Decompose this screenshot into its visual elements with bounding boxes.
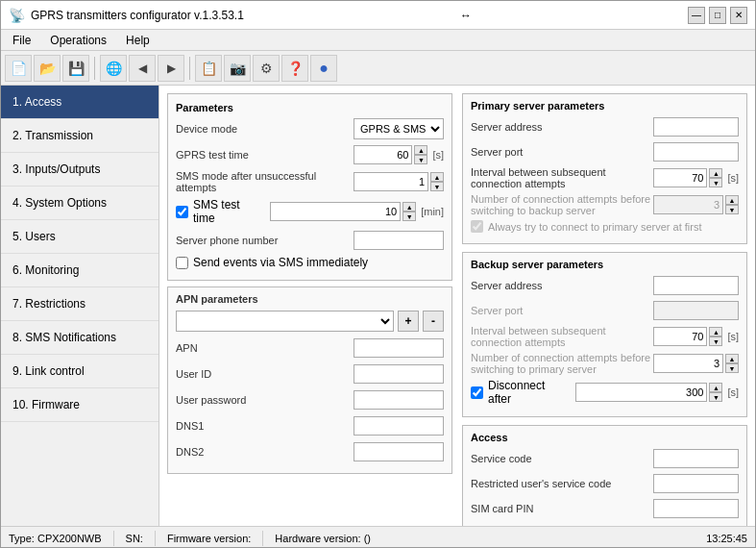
minimize-button[interactable]: — [688, 7, 705, 24]
primary-attempts-up[interactable]: ▲ [725, 195, 739, 205]
content-area: Parameters Device mode GPRS & SMS GPRS o… [159, 86, 755, 526]
toolbar-network[interactable]: 🌐 [100, 55, 127, 82]
toolbar-back[interactable]: ◀ [129, 55, 156, 82]
toolbar-settings[interactable]: ⚙ [253, 55, 280, 82]
server-phone-input[interactable] [354, 231, 444, 250]
restricted-code-row: Restricted user's service code [471, 473, 739, 494]
sms-test-time-unit: [min] [421, 206, 444, 217]
toolbar-clipboard[interactable]: 📋 [195, 55, 222, 82]
always-try-primary-checkbox [471, 220, 483, 233]
toolbar-new[interactable]: 📄 [5, 55, 32, 82]
sidebar-item-users[interactable]: 5. Users [1, 220, 159, 254]
primary-server-address-row: Server address [471, 116, 739, 137]
apn-label: APN [176, 342, 354, 354]
arrows-icon: ↔ [460, 9, 472, 22]
toolbar-save[interactable]: 💾 [62, 55, 89, 82]
primary-attempts-row: Number of connection attempts before swi… [471, 193, 739, 216]
apn-add-button[interactable]: + [398, 311, 419, 332]
disconnect-after-row: Disconnect after 300 ▲ ▼ [s] [471, 379, 739, 406]
toolbar-open[interactable]: 📂 [34, 55, 61, 82]
sidebar-item-system-options[interactable]: 4. System Options [1, 187, 159, 220]
apn-remove-button[interactable]: - [423, 311, 444, 332]
left-panel: Parameters Device mode GPRS & SMS GPRS o… [167, 93, 452, 518]
toolbar: 📄 📂 💾 🌐 ◀ ▶ 📋 📷 ⚙ ❓ ● [1, 51, 755, 86]
service-code-input[interactable] [653, 449, 739, 468]
restricted-code-label: Restricted user's service code [471, 478, 653, 489]
sms-test-time-label: SMS test time [193, 198, 261, 225]
service-code-row: Service code [471, 448, 739, 469]
backup-server-port-row: Server port [471, 300, 739, 321]
dns1-label: DNS1 [176, 420, 354, 432]
toolbar-camera[interactable]: 📷 [224, 55, 251, 82]
primary-attempts-down[interactable]: ▼ [725, 205, 739, 214]
gprs-test-time-up[interactable]: ▲ [414, 145, 427, 155]
sidebar-item-link-control[interactable]: 9. Link control [1, 355, 159, 388]
send-sms-row: Send events via SMS immediately [176, 256, 444, 269]
apn-row: APN [176, 337, 444, 359]
sms-mode-attempts-input[interactable]: 1 [354, 172, 428, 191]
backup-interval-input[interactable]: 70 [653, 327, 707, 346]
restricted-code-input[interactable] [653, 474, 739, 493]
primary-interval-down[interactable]: ▼ [709, 178, 722, 187]
user-id-input[interactable] [354, 364, 444, 384]
toolbar-forward[interactable]: ▶ [158, 55, 184, 82]
sidebar-item-inputs-outputs[interactable]: 3. Inputs/Outputs [1, 153, 159, 187]
always-try-primary-row: Always try to connect to primary server … [471, 220, 739, 233]
backup-interval-row: Interval between subsequent connection a… [471, 325, 739, 348]
primary-server-address-input[interactable] [653, 117, 739, 137]
disconnect-after-input[interactable]: 300 [575, 383, 707, 402]
device-mode-select[interactable]: GPRS & SMS GPRS only SMS only [354, 118, 444, 139]
toolbar-help[interactable]: ❓ [281, 55, 308, 82]
disconnect-after-checkbox[interactable] [471, 386, 483, 399]
sidebar-item-firmware[interactable]: 10. Firmware [1, 388, 159, 422]
send-sms-checkbox[interactable] [176, 257, 188, 269]
menu-help[interactable]: Help [118, 32, 158, 49]
sms-test-time-input[interactable]: 10 [270, 202, 401, 221]
sms-mode-attempts-up[interactable]: ▲ [430, 172, 444, 182]
gprs-test-time-input[interactable]: 60 [354, 145, 412, 164]
dns2-input[interactable] [354, 442, 444, 461]
user-password-row: User password [176, 389, 444, 411]
sms-test-time-up[interactable]: ▲ [402, 202, 416, 212]
toolbar-sep-1 [94, 57, 95, 80]
apn-profile-select[interactable] [176, 311, 394, 332]
maximize-button[interactable]: □ [709, 7, 726, 24]
backup-attempts-input[interactable]: 3 [653, 354, 723, 373]
backup-attempts-down[interactable]: ▼ [725, 363, 739, 373]
sms-test-time-checkbox[interactable] [176, 206, 188, 218]
user-password-input[interactable] [354, 390, 444, 410]
apn-input[interactable] [354, 338, 444, 358]
sidebar-item-monitoring[interactable]: 6. Monitoring [1, 254, 159, 287]
sidebar-item-transmission[interactable]: 2. Transmission [1, 119, 159, 153]
sim-pin-input[interactable] [653, 499, 739, 518]
primary-interval-input[interactable]: 70 [653, 168, 707, 187]
backup-interval-up[interactable]: ▲ [709, 327, 722, 336]
device-mode-label: Device mode [176, 123, 354, 135]
backup-interval-down[interactable]: ▼ [709, 336, 722, 346]
menu-operations[interactable]: Operations [42, 32, 114, 49]
sim-pin-label: SIM card PIN [471, 503, 653, 514]
toolbar-info[interactable]: ● [310, 55, 337, 82]
disconnect-after-up[interactable]: ▲ [709, 383, 722, 392]
backup-attempts-up[interactable]: ▲ [725, 354, 739, 363]
access-section: Access Service code Restricted user's se… [462, 425, 747, 526]
primary-interval-up[interactable]: ▲ [709, 168, 722, 178]
app-icon: 📡 [9, 8, 25, 23]
menu-file[interactable]: File [5, 32, 38, 49]
sidebar-item-sms-notifications[interactable]: 8. SMS Notifications [1, 321, 159, 355]
sms-mode-attempts-label: SMS mode after unsuccessful attempts [176, 170, 354, 193]
primary-server-port-input[interactable] [653, 142, 739, 162]
disconnect-after-down[interactable]: ▼ [709, 392, 722, 402]
sidebar-item-restrictions[interactable]: 7. Restrictions [1, 287, 159, 321]
user-password-label: User password [176, 394, 354, 406]
gprs-test-time-down[interactable]: ▼ [414, 155, 427, 164]
apn-select-row: + - [176, 311, 444, 332]
dns1-input[interactable] [354, 416, 444, 436]
backup-interval-unit: [s] [727, 331, 739, 342]
sidebar-item-access[interactable]: 1. Access [1, 86, 159, 119]
close-button[interactable]: ✕ [730, 7, 747, 24]
device-mode-row: Device mode GPRS & SMS GPRS only SMS onl… [176, 118, 444, 139]
sms-mode-attempts-down[interactable]: ▼ [430, 182, 444, 191]
sms-test-time-down[interactable]: ▼ [402, 212, 416, 221]
backup-server-address-input[interactable] [653, 276, 739, 295]
